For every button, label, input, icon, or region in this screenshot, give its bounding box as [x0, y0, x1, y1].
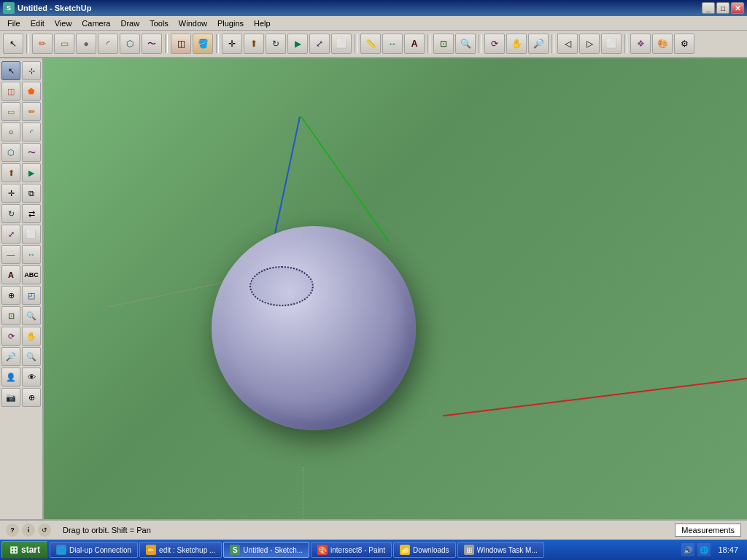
left-zoom-out[interactable]: 🔍	[22, 347, 41, 366]
menu-file[interactable]: File	[3, 18, 25, 29]
toolbar-paint[interactable]: 🪣	[193, 34, 213, 54]
left-crosshair[interactable]: ⊕	[22, 388, 41, 407]
toolbar-next-view[interactable]: ▷	[579, 34, 600, 54]
menu-tools[interactable]: Tools	[145, 18, 173, 29]
toolbar-dimension[interactable]: ↔	[382, 34, 403, 54]
left-zoom-win[interactable]: 🔍	[22, 306, 41, 325]
left-eraser[interactable]: ◫	[1, 82, 20, 101]
toolbar-move[interactable]: ✛	[222, 34, 242, 54]
left-text[interactable]: A	[1, 265, 20, 284]
toolbar-freehand[interactable]: 〜	[142, 34, 162, 54]
left-circle[interactable]: ○	[1, 122, 20, 141]
toolbar-followme[interactable]: ▶	[287, 34, 308, 54]
tray-network[interactable]: 🌐	[697, 543, 711, 556]
taskbar-item-edit[interactable]: ✏ edit : Sketchup ...	[139, 542, 222, 558]
start-button[interactable]: ⊞ start	[1, 541, 48, 559]
taskbar-item-dialup[interactable]: 🌐 Dial-up Connection	[50, 542, 138, 558]
toolbar-select[interactable]: ↖	[3, 34, 23, 54]
left-section[interactable]: ◰	[22, 286, 41, 305]
toolbar-styles[interactable]: ⚙	[674, 34, 694, 54]
left-dimension[interactable]: ↔	[22, 245, 41, 264]
left-copy[interactable]: ⧉	[22, 184, 41, 203]
toolbar-eraser[interactable]: ◫	[171, 34, 191, 54]
toolbar-zoom-win[interactable]: 🔍	[455, 34, 476, 54]
left-pan[interactable]: ✋	[22, 327, 41, 346]
left-rect[interactable]: ▭	[1, 102, 20, 121]
left-followme[interactable]: ▶	[22, 163, 41, 182]
toolbar-rectangle[interactable]: ▭	[54, 34, 74, 54]
left-component-select[interactable]: ⊹	[22, 61, 41, 80]
toolbar-section[interactable]: ⬜	[601, 34, 622, 54]
left-axes[interactable]: ⊕	[1, 286, 20, 305]
left-polygon[interactable]: ⬡	[1, 143, 20, 162]
left-walk[interactable]: 👤	[1, 368, 20, 386]
taskbar-item-downloads[interactable]: 📁 Downloads	[393, 542, 455, 558]
toolbar-offset[interactable]: ⬜	[331, 34, 352, 54]
minimize-button[interactable]: _	[702, 2, 715, 14]
toolbar-polygon[interactable]: ⬡	[120, 34, 140, 54]
taskbar-item-sketchup[interactable]: S Untitled - Sketch...	[223, 542, 309, 558]
info-icon[interactable]: i	[22, 524, 35, 537]
left-position-cam[interactable]: 📷	[1, 388, 20, 407]
help-icon[interactable]: ?	[6, 524, 19, 537]
left-tape[interactable]: —	[1, 245, 20, 264]
left-move[interactable]: ✛	[1, 184, 20, 203]
left-rotate[interactable]: ↻	[1, 204, 20, 223]
toolbar-tape[interactable]: 📏	[360, 34, 381, 54]
toolbar-zoom-ext[interactable]: ⊡	[433, 34, 454, 54]
toolbar-pan[interactable]: ✋	[506, 34, 527, 54]
toolbar-text[interactable]: A	[404, 34, 425, 54]
main-area: ↖ ⊹ ◫ ⬟ ▭ ✏ ○ ◜ ⬡ 〜 ⬆ ▶ ✛ ⧉ ↻ ⇄	[0, 58, 747, 519]
left-pencil[interactable]: ✏	[22, 102, 41, 121]
toolbar-components[interactable]: ❖	[630, 34, 651, 54]
tray-speaker[interactable]: 🔊	[681, 543, 694, 556]
toolbar-scale[interactable]: ⤢	[309, 34, 330, 54]
sphere-selection-ellipse	[249, 266, 314, 306]
left-zoom-in[interactable]: 🔎	[1, 347, 20, 366]
toolbar-materials[interactable]: 🎨	[652, 34, 673, 54]
left-lookat[interactable]: 👁	[22, 368, 41, 386]
paint-taskbar-icon: 🎨	[317, 545, 328, 555]
left-select[interactable]: ↖	[1, 61, 20, 80]
menu-draw[interactable]: Draw	[116, 18, 144, 29]
toolbar-orbit[interactable]: ⟳	[484, 34, 505, 54]
maximize-button[interactable]: □	[716, 2, 729, 14]
left-zoom-ext[interactable]: ⊡	[1, 306, 20, 325]
toolbar-circle[interactable]: ●	[76, 34, 96, 54]
left-3dtext[interactable]: ABC	[22, 265, 41, 284]
left-orbit[interactable]: ⟳	[1, 327, 20, 346]
taskbar-item-paint[interactable]: 🎨 intersect8 - Paint	[311, 542, 392, 558]
toolbar-rotate[interactable]: ↻	[266, 34, 286, 54]
title-bar-buttons[interactable]: _ □ ✕	[702, 2, 744, 14]
left-flip[interactable]: ⇄	[22, 204, 41, 223]
toolbar-sep-3	[216, 34, 219, 53]
left-freehand[interactable]: 〜	[22, 143, 41, 162]
left-paint[interactable]: ⬟	[22, 82, 41, 101]
taskbar-item-taskmanager[interactable]: ⊞ Windows Task M...	[457, 542, 544, 558]
menu-edit[interactable]: Edit	[26, 18, 49, 29]
menu-window[interactable]: Window	[174, 18, 212, 29]
menu-help[interactable]: Help	[249, 18, 275, 29]
measurements-box[interactable]: Measurements	[675, 524, 741, 537]
left-offset[interactable]: ⬜	[22, 225, 41, 244]
menu-plugins[interactable]: Plugins	[213, 18, 248, 29]
toolbar-prev-view[interactable]: ◁	[557, 34, 578, 54]
menu-view[interactable]: View	[50, 18, 77, 29]
left-scale[interactable]: ⤢	[1, 225, 20, 244]
menu-camera[interactable]: Camera	[77, 18, 115, 29]
toolbar-arc[interactable]: ◜	[98, 34, 118, 54]
sketchup-icon: S	[230, 545, 240, 555]
viewport[interactable]	[44, 58, 747, 519]
toolbar-pushpull[interactable]: ⬆	[244, 34, 264, 54]
left-row-5: ⬡ 〜	[1, 143, 41, 162]
green-axis-line	[301, 116, 390, 242]
toolbar-pencil[interactable]: ✏	[32, 34, 53, 54]
undo-icon[interactable]: ↺	[38, 524, 51, 537]
left-row-9: ⤢ ⬜	[1, 225, 41, 244]
left-arc[interactable]: ◜	[22, 122, 41, 141]
title-bar-left: S Untitled - SketchUp	[3, 2, 91, 14]
close-button[interactable]: ✕	[731, 2, 744, 14]
left-pushpull[interactable]: ⬆	[1, 163, 20, 182]
3d-viewport[interactable]	[44, 58, 747, 519]
toolbar-zoom[interactable]: 🔎	[528, 34, 549, 54]
